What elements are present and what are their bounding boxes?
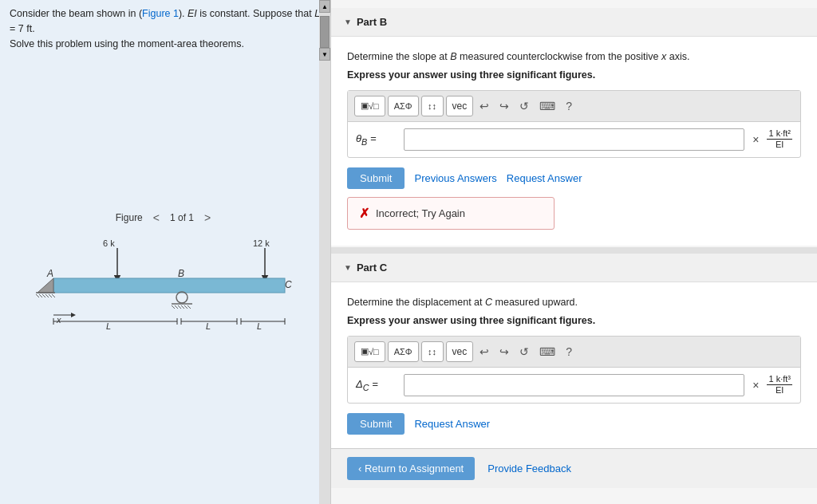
figure-next-button[interactable]: > bbox=[200, 210, 215, 226]
partc-request-answer-link[interactable]: Request Answer bbox=[414, 418, 490, 430]
figure-navigation: Figure < 1 of 1 > bbox=[116, 210, 215, 226]
partc-redo-icon[interactable]: ↪ bbox=[495, 344, 513, 360]
label-l3: L bbox=[257, 321, 262, 331]
figure-prev-button[interactable]: < bbox=[149, 210, 164, 226]
partb-frac-button[interactable]: ▣√□ bbox=[354, 96, 385, 116]
problem-statement: Consider the beam shown in (Figure 1). E… bbox=[0, 0, 330, 57]
ei-label: EI bbox=[187, 8, 197, 19]
svg-line-17 bbox=[184, 305, 187, 309]
part-c-section: ▼ Part C Determine the displacement at C… bbox=[331, 254, 817, 459]
part-c-input-box: ▣√□ ΑΣΦ ↕↕ vec ↩ ↪ ↺ ⌨ ? ΔC = × bbox=[347, 336, 801, 404]
partc-units: 1 k·ft³ EI bbox=[767, 374, 792, 396]
part-c-toolbar: ▣√□ ΑΣΦ ↕↕ vec ↩ ↪ ↺ ⌨ ? bbox=[348, 337, 800, 368]
provide-feedback-link[interactable]: Provide Feedback bbox=[487, 463, 571, 474]
problem-text-4: = 7 ft. bbox=[10, 23, 35, 34]
left-panel: Consider the beam shown in (Figure 1). E… bbox=[0, 0, 331, 504]
partb-reset-icon[interactable]: ↺ bbox=[515, 98, 533, 114]
partb-phi-button[interactable]: ΑΣΦ bbox=[388, 96, 419, 116]
figure-link[interactable]: Figure 1 bbox=[142, 8, 179, 19]
partc-keyboard-icon[interactable]: ⌨ bbox=[535, 344, 559, 360]
svg-line-13 bbox=[172, 305, 175, 309]
partb-desc-2: measured counterclockwise from the posit… bbox=[457, 51, 661, 62]
figure-page: 1 of 1 bbox=[170, 212, 194, 223]
partb-redo-icon[interactable]: ↪ bbox=[495, 98, 513, 114]
partc-mult-symbol: × bbox=[752, 379, 759, 392]
partb-desc-3: axis. bbox=[666, 51, 689, 62]
partb-tt-button[interactable]: ↕↕ bbox=[421, 96, 444, 116]
part-c-description: Determine the displacement at C measured… bbox=[347, 295, 801, 310]
partb-help-icon[interactable]: ? bbox=[562, 98, 576, 114]
svg-line-18 bbox=[187, 305, 191, 309]
scroll-thumb[interactable] bbox=[320, 16, 330, 48]
partb-mult-symbol: × bbox=[752, 133, 759, 146]
return-assignment-button[interactable]: ‹ Return to Assignment bbox=[347, 457, 475, 480]
label-a: A bbox=[46, 268, 53, 279]
partb-desc-1: Determine the slope at bbox=[347, 51, 450, 62]
part-c-header[interactable]: ▼ Part C bbox=[331, 254, 817, 282]
bottom-bar: ‹ Return to Assignment Provide Feedback bbox=[331, 448, 817, 488]
partb-prev-answers-link[interactable]: Previous Answers bbox=[414, 172, 496, 184]
problem-text-5: Solve this problem using the moment-area… bbox=[10, 38, 244, 49]
part-c-input-row: ΔC = × 1 k·ft³ EI bbox=[348, 368, 800, 403]
figure-label: Figure bbox=[116, 212, 143, 223]
label-l2: L bbox=[206, 321, 211, 331]
svg-point-11 bbox=[176, 292, 187, 303]
partc-submit-button[interactable]: Submit bbox=[347, 413, 405, 435]
partc-help-icon[interactable]: ? bbox=[562, 344, 576, 360]
part-b-btn-row: Submit Previous Answers Request Answer bbox=[347, 167, 801, 189]
label-b: B bbox=[178, 268, 184, 279]
left-scrollbar[interactable]: ▲ ▼ bbox=[319, 0, 330, 504]
partc-tt-button[interactable]: ↕↕ bbox=[421, 341, 444, 362]
label-c: C bbox=[285, 279, 292, 290]
partb-input-label: θB = bbox=[356, 132, 396, 147]
partb-request-answer-link[interactable]: Request Answer bbox=[507, 172, 582, 184]
beam-diagram: 6 k 12 k bbox=[30, 232, 301, 336]
part-b-header[interactable]: ▼ Part B bbox=[331, 8, 817, 37]
svg-line-9 bbox=[49, 294, 52, 297]
part-b-content: Determine the slope at B measured counte… bbox=[331, 37, 817, 246]
part-b-arrow: ▼ bbox=[344, 18, 352, 26]
label-x: x bbox=[56, 315, 61, 325]
svg-line-15 bbox=[178, 305, 181, 309]
partb-desc-b: B bbox=[450, 51, 456, 62]
partb-submit-button[interactable]: Submit bbox=[347, 167, 405, 189]
force-left-label: 6 k bbox=[103, 238, 115, 248]
part-b-toolbar: ▣√□ ΑΣΦ ↕↕ vec ↩ ↪ ↺ ⌨ ? bbox=[348, 91, 800, 122]
part-b-error-box: ✗ Incorrect; Try Again bbox=[347, 197, 555, 230]
beam-svg: 6 k 12 k bbox=[30, 232, 301, 336]
part-c-btn-row: Submit Request Answer bbox=[347, 413, 801, 435]
svg-line-6 bbox=[39, 294, 42, 297]
partc-phi-button[interactable]: ΑΣΦ bbox=[388, 341, 419, 362]
scroll-down-button[interactable]: ▼ bbox=[319, 48, 330, 61]
partc-desc-2: measured upward. bbox=[492, 297, 578, 308]
part-c-title: Part C bbox=[357, 262, 387, 274]
problem-text-1: Consider the beam shown in ( bbox=[10, 8, 142, 19]
problem-text-3: is constant. Suppose that bbox=[197, 8, 314, 19]
scroll-up-button[interactable]: ▲ bbox=[319, 0, 330, 13]
svg-line-5 bbox=[36, 294, 39, 297]
partc-undo-icon[interactable]: ↩ bbox=[476, 344, 493, 360]
partc-input-field[interactable] bbox=[404, 374, 744, 396]
partb-input-field[interactable] bbox=[404, 128, 744, 151]
part-c-express: Express your answer using three signific… bbox=[347, 315, 801, 326]
force-right-label: 12 k bbox=[253, 238, 270, 248]
partc-input-label: ΔC = bbox=[356, 378, 396, 392]
label-l1: L bbox=[106, 321, 111, 331]
part-b-express: Express your answer using three signific… bbox=[347, 69, 801, 81]
part-b-error-text: Incorrect; Try Again bbox=[376, 207, 465, 219]
svg-line-10 bbox=[52, 294, 55, 297]
partc-vec-button[interactable]: vec bbox=[446, 341, 474, 362]
part-b-description: Determine the slope at B measured counte… bbox=[347, 49, 801, 65]
problem-text-2: ). bbox=[179, 8, 187, 19]
partb-keyboard-icon[interactable]: ⌨ bbox=[535, 98, 559, 114]
part-b-section: ▼ Part B Determine the slope at B measur… bbox=[331, 8, 817, 246]
partc-reset-icon[interactable]: ↺ bbox=[515, 344, 533, 360]
partb-units-den: EI bbox=[774, 140, 785, 150]
partb-units-num: 1 k·ft² bbox=[767, 128, 792, 140]
partb-vec-button[interactable]: vec bbox=[446, 96, 474, 116]
svg-line-7 bbox=[42, 294, 45, 297]
partb-undo-icon[interactable]: ↩ bbox=[476, 98, 493, 114]
partc-frac-button[interactable]: ▣√□ bbox=[354, 341, 385, 362]
svg-marker-3 bbox=[37, 278, 53, 293]
error-x-icon: ✗ bbox=[359, 206, 369, 221]
